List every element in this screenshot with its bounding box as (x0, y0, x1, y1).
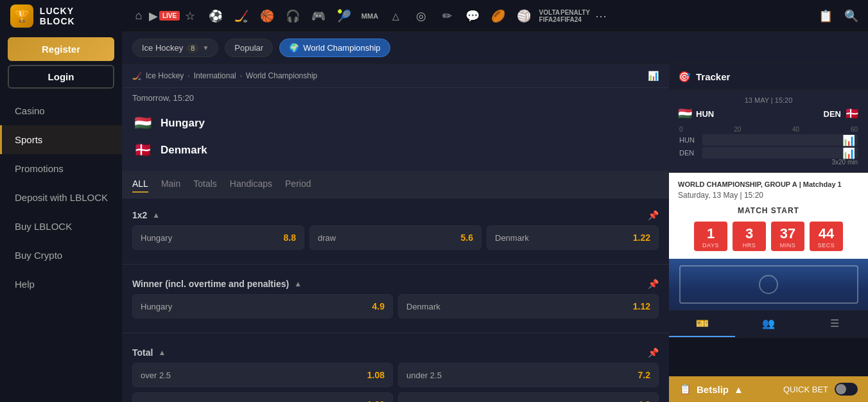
pin-icon[interactable]: 📌 (648, 210, 659, 220)
esports-icon[interactable]: 🎮 (307, 4, 330, 28)
sidebar-item-help[interactable]: Help (0, 270, 122, 299)
tab-main[interactable]: Main (161, 176, 180, 193)
more-icon[interactable]: ⋯ (589, 4, 612, 28)
odd-draw[interactable]: draw 5.6 (309, 225, 482, 250)
mma-icon[interactable]: MMA (358, 4, 381, 28)
countdown-mins: 37 MINS (771, 222, 804, 251)
odd-hungary-label: Hungary (141, 233, 172, 243)
betting-tabs: ALL Main Totals Handicaps Period (122, 171, 669, 198)
market-1x2-arrow: ▲ (152, 211, 160, 220)
world-championship-chip[interactable]: 🌍 World Championship (279, 39, 390, 57)
match-info-date: Saturday, 13 May | 15:20 (678, 191, 859, 200)
chevron-down-icon: ▼ (202, 44, 209, 51)
odd-over-3-5[interactable]: over 3.5 1.22 (132, 392, 393, 402)
odd-hungary-value: 8.8 (284, 232, 296, 243)
volleyball-icon[interactable]: 🏐 (512, 4, 535, 28)
countdown-hrs-label: HRS (735, 242, 763, 249)
tab-period[interactable]: Period (285, 176, 311, 193)
penalty-icon[interactable]: PENALTYFIFA24 (564, 4, 587, 28)
chat-icon[interactable]: 💬 (461, 4, 484, 28)
odd-under-3-5-label: under 3.5 (406, 400, 442, 403)
pin-icon-winner[interactable]: 📌 (648, 279, 659, 289)
odd-over-2-5-label: over 2.5 (141, 371, 171, 380)
sidebar-item-casino[interactable]: Casino (0, 96, 122, 125)
tab-all[interactable]: ALL (132, 176, 148, 193)
market-1x2: 1x2 ▲ 📌 Hungary 8.8 draw 5.6 Denm (122, 198, 669, 261)
odd-under-3-5-value: 4.0 (638, 399, 650, 402)
odd-under-2-5[interactable]: under 2.5 7.2 (398, 363, 659, 387)
betslip-bar[interactable]: 📋 Betslip ▲ QUICK BET (669, 376, 868, 402)
register-button[interactable]: Register (8, 37, 114, 61)
odd-winner-hungary[interactable]: Hungary 4.9 (132, 294, 393, 319)
odd-hungary[interactable]: Hungary 8.8 (132, 225, 304, 250)
hun-label: HUN (679, 134, 702, 146)
market-1x2-header[interactable]: 1x2 ▲ 📌 (132, 205, 659, 225)
tab-handicaps[interactable]: Handicaps (230, 176, 272, 193)
tracker-tab-players[interactable]: 👥 (735, 311, 801, 337)
sidebar-item-promotions[interactable]: Promotions (0, 154, 122, 183)
quick-bet-toggle[interactable] (835, 383, 858, 396)
basketball-icon[interactable]: 🏀 (256, 4, 279, 28)
quick-bet-label: QUICK BET (783, 385, 828, 394)
pen-icon[interactable]: ✏ (435, 4, 458, 28)
sport-icon: 🏒 (132, 71, 142, 80)
odd-under-2-5-label: under 2.5 (406, 371, 442, 380)
score-team1-code: HUN (696, 109, 714, 119)
tab-totals[interactable]: Totals (193, 176, 217, 193)
market-total-title: Total (132, 347, 153, 358)
den-label: DEN (679, 147, 702, 159)
volta-icon[interactable]: VOLTAFIFA24 (538, 4, 561, 28)
den-bar-icon: 📊 (842, 147, 855, 159)
team1-row: 🇭🇺 Hungary (132, 113, 659, 134)
countdown-secs-label: SECS (812, 242, 840, 249)
top-nav: ⌂ ▶LIVE ☆ ⚽ 🏒 🏀 🎧 🎮 🎾 MMA △ ◎ ✏ 💬 🏉 🏐 VO… (122, 0, 868, 32)
market-winner-header[interactable]: Winner (incl. overtime and penalties) ▲ … (132, 274, 659, 294)
tracker-tab-list[interactable]: ☰ (802, 311, 868, 337)
search-nav-icon[interactable]: 🔍 (840, 4, 863, 28)
live-icon[interactable]: ▶LIVE (153, 4, 176, 28)
odd-denmark[interactable]: Denmark 1.22 (487, 225, 659, 250)
login-button[interactable]: Login (8, 65, 114, 89)
betslip-nav-icon[interactable]: 📋 (814, 4, 837, 28)
sidebar-item-buy-lblock[interactable]: Buy LBLOCK (0, 212, 122, 241)
score-team2-flag: 🇩🇰 (845, 107, 859, 121)
sidebar-item-sports[interactable]: Sports (0, 125, 122, 154)
hun-bar: 📊 (702, 134, 858, 146)
market-total-header[interactable]: Total ▲ 📌 (132, 342, 659, 363)
odds-row-total-2: over 3.5 1.22 under 3.5 4.0 (132, 392, 659, 402)
field-center-circle (759, 275, 778, 294)
soccer-icon[interactable]: ⚽ (204, 4, 227, 28)
countdown-secs-num: 44 (812, 227, 840, 241)
sidebar-item-buy-crypto[interactable]: Buy Crypto (0, 241, 122, 270)
betslip-label: Betslip (697, 384, 729, 395)
odd-under-3-5[interactable]: under 3.5 4.0 (398, 392, 659, 402)
right-panel: 🎯 Tracker 13 MAY | 15:20 🇭🇺 HUN DEN 🇩� (669, 64, 868, 402)
odd-over-2-5[interactable]: over 2.5 1.08 (132, 363, 393, 387)
hockey-icon[interactable]: 🏒 (230, 4, 253, 28)
pin-icon-total[interactable]: 📌 (648, 347, 659, 358)
pyramid-icon[interactable]: △ (384, 4, 407, 28)
betslip-right: QUICK BET (783, 383, 858, 396)
world-chip-label: World Championship (303, 43, 380, 53)
tracker-header: 🎯 Tracker (669, 64, 868, 90)
favorites-icon[interactable]: ☆ (178, 4, 202, 28)
rugby-icon[interactable]: 🏉 (487, 4, 510, 28)
betslip-icon: 📋 (679, 383, 691, 395)
target-icon[interactable]: ◎ (410, 4, 433, 28)
main-area: ⌂ ▶LIVE ☆ ⚽ 🏒 🏀 🎧 🎮 🎾 MMA △ ◎ ✏ 💬 🏉 🏐 VO… (122, 0, 868, 402)
tracker-title: Tracker (696, 71, 730, 82)
score-datetime: 13 MAY | 15:20 (678, 96, 859, 104)
market-1x2-title: 1x2 (132, 210, 147, 220)
home-icon[interactable]: ⌂ (127, 4, 150, 28)
odd-winner-denmark[interactable]: Denmark 1.12 (398, 294, 659, 319)
popular-filter-chip[interactable]: Popular (225, 39, 273, 57)
tennis-icon[interactable]: 🎾 (333, 4, 356, 28)
sidebar-item-deposit[interactable]: Deposit with LBLOCK (0, 183, 122, 212)
sport-filter-chip[interactable]: Ice Hockey 8 ▼ (132, 39, 218, 57)
odd-denmark-value: 1.22 (633, 232, 650, 243)
tracker-tab-ticket[interactable]: 🎫 (669, 311, 735, 337)
odd-draw-label: draw (318, 233, 336, 243)
score-team2: DEN 🇩🇰 (824, 107, 859, 121)
headset-icon[interactable]: 🎧 (281, 4, 304, 28)
stats-bar-icon[interactable]: 📊 (648, 71, 659, 81)
